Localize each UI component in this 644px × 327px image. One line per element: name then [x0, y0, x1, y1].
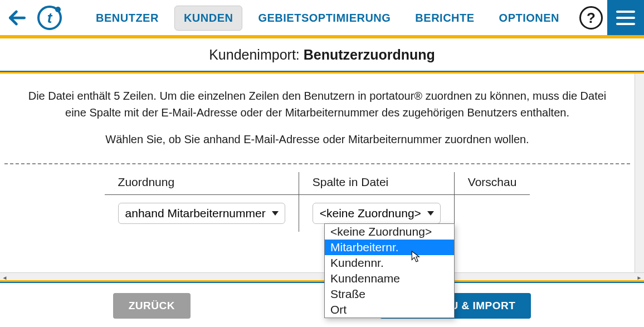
nav-item-kunden[interactable]: KUNDEN — [174, 6, 243, 31]
dashed-separator — [4, 163, 630, 164]
dropdown-option[interactable]: Straße — [325, 286, 454, 302]
spalte-select[interactable]: <keine Zuordnung> — [313, 203, 441, 224]
back-arrow[interactable] — [0, 7, 35, 28]
logo-letter: t — [47, 9, 52, 27]
hscroll-left-arrow-icon[interactable]: ◄ — [0, 275, 9, 281]
nav-item-optionen[interactable]: OPTIONEN — [490, 6, 568, 30]
logo-dot-icon — [55, 7, 61, 12]
nav-item-benutzer[interactable]: BENUTZER — [87, 6, 168, 30]
dropdown-option[interactable]: Mitarbeiternr. — [325, 240, 454, 255]
dropdown-option[interactable]: Kundennr. — [325, 255, 454, 271]
dropdown-option[interactable]: Ort — [325, 302, 454, 318]
main-panel: Die Datei enthält 5 Zeilen. Um die einze… — [0, 72, 644, 272]
dropdown-option[interactable]: Kundenname — [325, 271, 454, 286]
vertical-scrollbar[interactable] — [635, 72, 644, 272]
intro-text: Die Datei enthält 5 Zeilen. Um die einze… — [0, 72, 635, 153]
th-vorschau: Vorschau — [454, 172, 530, 195]
hscroll-right-arrow-icon[interactable]: ► — [635, 275, 644, 281]
vorschau-cell — [454, 195, 530, 232]
help-button[interactable]: ? — [579, 6, 603, 30]
page-title-bar: Kundenimport: Benutzerzuordnung — [0, 37, 644, 72]
mapping-table: Zuordnung Spalte in Datei Vorschau anhan… — [105, 172, 530, 232]
hamburger-icon — [616, 11, 635, 25]
page-title-bold: Benutzerzuordnung — [304, 47, 435, 62]
page-title: Kundenimport: Benutzerzuordnung — [209, 47, 435, 62]
nav-item-berichte[interactable]: BERICHTE — [406, 6, 483, 30]
intro-p1: Die Datei enthält 5 Zeilen. Um die einze… — [17, 87, 618, 121]
hamburger-menu[interactable] — [607, 0, 644, 36]
help-icon: ? — [587, 9, 596, 27]
app-logo[interactable]: t — [35, 6, 65, 30]
back-button[interactable]: ZURÜCK — [113, 293, 191, 319]
intro-p2: Wählen Sie, ob Sie anhand E-Mail-Adresse… — [17, 131, 618, 148]
table-header-row: Zuordnung Spalte in Datei Vorschau — [105, 172, 530, 195]
dropdown-option[interactable]: <keine Zuordnung> — [325, 224, 454, 240]
table-row: anhand Mitarbeiternummer <keine Zuordnun… — [105, 195, 530, 232]
top-nav: t BENUTZER KUNDEN GEBIETSOPTIMIERUNG BER… — [0, 0, 644, 37]
zuordnung-select[interactable]: anhand Mitarbeiternummer — [118, 203, 285, 224]
th-spalte: Spalte in Datei — [299, 172, 454, 195]
page-title-prefix: Kundenimport: — [209, 47, 304, 62]
th-zuordnung: Zuordnung — [105, 172, 299, 195]
nav-item-gebietsoptimierung[interactable]: GEBIETSOPTIMIERUNG — [249, 6, 399, 30]
nav-items: BENUTZER KUNDEN GEBIETSOPTIMIERUNG BERIC… — [87, 6, 568, 31]
spalte-dropdown-popup: <keine Zuordnung> Mitarbeiternr. Kundenn… — [324, 223, 455, 318]
footer-bar: ZURÜCK VORSCHAU & IMPORT — [0, 282, 644, 327]
